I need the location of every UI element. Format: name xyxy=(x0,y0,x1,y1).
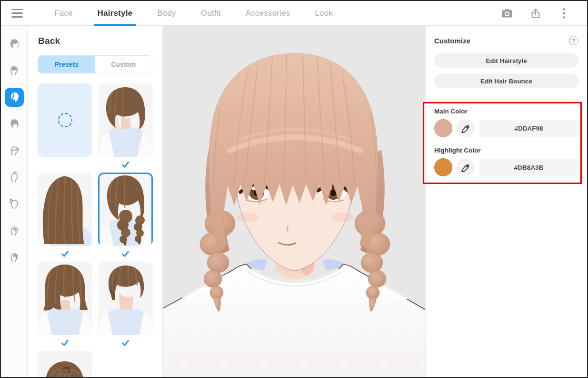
panel-title: Back xyxy=(38,36,152,46)
tab-hairstyle[interactable]: Hairstyle xyxy=(85,1,145,26)
tab-outfit[interactable]: Outfit xyxy=(189,1,233,26)
preset-short-bob xyxy=(98,83,153,173)
hair-tied-icon[interactable] xyxy=(5,194,24,214)
preset-twin-braids xyxy=(98,173,153,262)
checkmark-icon xyxy=(121,250,130,257)
highlight-color-swatch[interactable] xyxy=(434,158,452,176)
preset-thumb-medium-bob[interactable] xyxy=(38,262,92,335)
customize-title: Customize xyxy=(434,37,470,45)
main-color-hex-field[interactable]: #DDAF98 xyxy=(479,120,578,137)
preset-thumb-pixie-short[interactable] xyxy=(98,262,153,335)
tab-body[interactable]: Body xyxy=(145,1,189,26)
preset-thumb-short-bob[interactable] xyxy=(98,83,153,157)
highlight-color-row: #DB8A3B xyxy=(434,158,578,176)
tab-face[interactable]: Face xyxy=(42,1,85,26)
preset-medium-bob xyxy=(38,262,92,351)
kebab-menu-icon[interactable] xyxy=(558,7,571,20)
highlight-color-hex-field[interactable]: #DB8A3B xyxy=(479,159,578,176)
segment-custom[interactable]: Custom xyxy=(95,56,152,73)
tab-accessories[interactable]: Accessories xyxy=(233,1,303,26)
preset-thumb-none[interactable] xyxy=(38,83,92,157)
preset-thumb-long-straight[interactable] xyxy=(38,173,92,246)
preset-long-straight xyxy=(38,173,92,262)
edit-hairstyle-button[interactable]: Edit Hairstyle xyxy=(434,53,578,68)
character-viewport[interactable] xyxy=(163,26,425,377)
preset-thumb-top-bun[interactable] xyxy=(38,351,92,377)
edit-hair-bounce-button[interactable]: Edit Hair Bounce xyxy=(434,74,578,88)
hair-category-rail xyxy=(1,26,28,377)
tab-look[interactable]: Look xyxy=(302,1,345,26)
main-color-swatch[interactable] xyxy=(434,119,452,137)
topbar-actions xyxy=(500,7,571,20)
main-color-label: Main Color xyxy=(434,108,578,115)
help-icon[interactable]: ? xyxy=(569,36,578,45)
eyedropper-icon[interactable] xyxy=(457,158,475,176)
highlight-color-label: Highlight Color xyxy=(434,147,578,154)
main-tabs: Face Hairstyle Body Outfit Accessories L… xyxy=(42,1,345,26)
checkmark-icon xyxy=(61,339,69,347)
segment-presets[interactable]: Presets xyxy=(38,56,95,73)
hair-back-icon[interactable] xyxy=(5,88,24,107)
character-render xyxy=(163,26,425,377)
preset-grid xyxy=(38,83,152,377)
hair-all-icon[interactable] xyxy=(5,34,24,53)
main-color-row: #DDAF98 xyxy=(434,119,578,137)
checkmark-icon xyxy=(61,250,69,257)
hair-side-icon[interactable] xyxy=(5,114,24,133)
hair-front-icon[interactable] xyxy=(5,61,24,80)
hair-ahoge-icon[interactable] xyxy=(5,168,24,187)
customize-panel: Customize ? Edit Hairstyle Edit Hair Bou… xyxy=(425,26,587,377)
hair-base-front-icon[interactable] xyxy=(5,221,24,240)
eyedropper-icon[interactable] xyxy=(457,119,475,137)
hair-base-back-icon[interactable] xyxy=(5,248,24,267)
checkmark-icon xyxy=(121,161,130,168)
hair-extension-icon[interactable] xyxy=(5,141,24,160)
preset-thumb-twin-braids[interactable] xyxy=(98,173,153,246)
top-bar: Face Hairstyle Body Outfit Accessories L… xyxy=(1,1,587,26)
preset-pixie-short xyxy=(98,262,153,351)
divider xyxy=(426,98,587,98)
camera-icon[interactable] xyxy=(500,7,514,20)
export-icon[interactable] xyxy=(529,7,542,20)
none-option-icon xyxy=(58,113,72,127)
preset-none xyxy=(38,83,92,173)
hairstyle-panel: Back Presets Custom xyxy=(28,26,163,377)
presets-custom-toggle: Presets Custom xyxy=(38,55,152,73)
app-window: Face Hairstyle Body Outfit Accessories L… xyxy=(0,0,588,378)
preset-top-bun-partial xyxy=(38,351,92,377)
hamburger-menu-icon[interactable] xyxy=(11,9,23,18)
checkmark-icon xyxy=(121,339,130,347)
